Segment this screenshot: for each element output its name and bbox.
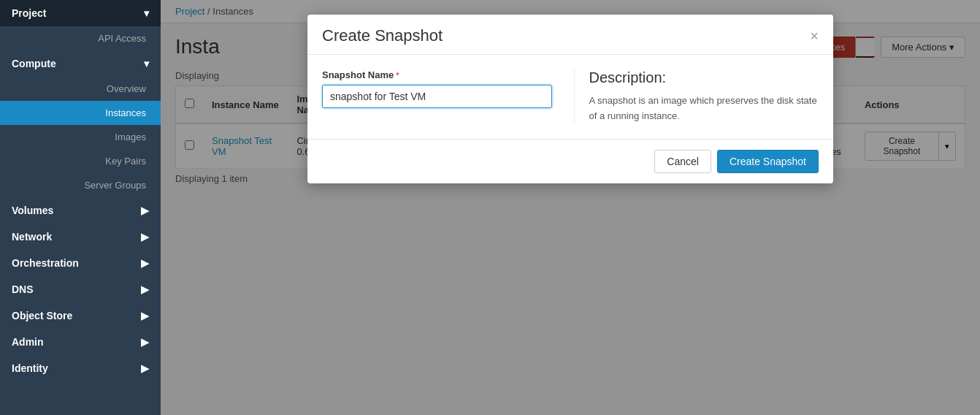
sidebar-network[interactable]: Network ▶	[0, 224, 161, 250]
modal-close-button[interactable]: ×	[810, 28, 819, 43]
modal-body: Snapshot Name * Description: A snapshot …	[307, 55, 833, 139]
sidebar-item-images[interactable]: Images	[0, 125, 161, 149]
cancel-button[interactable]: Cancel	[654, 150, 711, 173]
modal-title: Create Snapshot	[322, 26, 443, 45]
create-snapshot-submit-button[interactable]: Create Snapshot	[717, 150, 819, 173]
chevron-down-icon: ▾	[144, 7, 149, 19]
sidebar-volumes[interactable]: Volumes ▶	[0, 197, 161, 224]
sidebar-item-server-groups[interactable]: Server Groups	[0, 173, 161, 197]
chevron-right-icon: ▶	[141, 310, 149, 321]
sidebar-item-api-access[interactable]: API Access	[0, 26, 161, 50]
sidebar-project-label: Project	[12, 7, 46, 19]
sidebar-object-store-label: Object Store	[12, 310, 72, 321]
chevron-right-icon: ▶	[141, 362, 149, 374]
sidebar-compute[interactable]: Compute ▾	[0, 50, 161, 77]
sidebar-orchestration[interactable]: Orchestration ▶	[0, 250, 161, 276]
chevron-right-icon: ▶	[141, 336, 149, 348]
modal-overlay: Create Snapshot × Snapshot Name * Descri…	[161, 0, 980, 415]
main-content: Project / Instances Insta Launch Instanc…	[161, 0, 980, 415]
sidebar-admin-label: Admin	[12, 336, 44, 348]
chevron-right-icon: ▶	[141, 257, 149, 269]
sidebar-identity[interactable]: Identity ▶	[0, 355, 161, 381]
sidebar-admin[interactable]: Admin ▶	[0, 329, 161, 355]
sidebar-network-label: Network	[12, 231, 52, 243]
modal-form-section: Snapshot Name *	[322, 69, 552, 124]
sidebar-project[interactable]: Project ▾	[0, 0, 161, 26]
sidebar-orchestration-label: Orchestration	[12, 257, 79, 269]
sidebar-object-store[interactable]: Object Store ▶	[0, 302, 161, 329]
sidebar-dns-label: DNS	[12, 283, 34, 295]
chevron-right-icon: ▶	[141, 205, 149, 216]
modal-description-section: Description: A snapshot is an image whic…	[574, 69, 819, 124]
sidebar-identity-label: Identity	[12, 362, 48, 374]
snapshot-name-label: Snapshot Name *	[322, 69, 552, 80]
snapshot-name-input[interactable]	[322, 85, 552, 108]
sidebar-dns[interactable]: DNS ▶	[0, 276, 161, 302]
sidebar-item-instances[interactable]: Instances	[0, 101, 161, 125]
modal-header: Create Snapshot ×	[307, 15, 833, 55]
chevron-right-icon: ▶	[141, 231, 149, 243]
description-title: Description:	[589, 69, 819, 86]
modal-footer: Cancel Create Snapshot	[307, 139, 833, 183]
chevron-down-icon: ▾	[144, 58, 149, 69]
description-text: A snapshot is an image which preserves t…	[589, 94, 819, 124]
sidebar: Project ▾ API Access Compute ▾ Overview …	[0, 0, 161, 415]
sidebar-compute-label: Compute	[12, 58, 56, 69]
sidebar-volumes-label: Volumes	[12, 205, 53, 216]
create-snapshot-modal: Create Snapshot × Snapshot Name * Descri…	[307, 15, 833, 183]
sidebar-item-key-pairs[interactable]: Key Pairs	[0, 149, 161, 173]
required-indicator: *	[396, 71, 399, 80]
chevron-right-icon: ▶	[141, 283, 149, 295]
sidebar-item-overview[interactable]: Overview	[0, 77, 161, 101]
